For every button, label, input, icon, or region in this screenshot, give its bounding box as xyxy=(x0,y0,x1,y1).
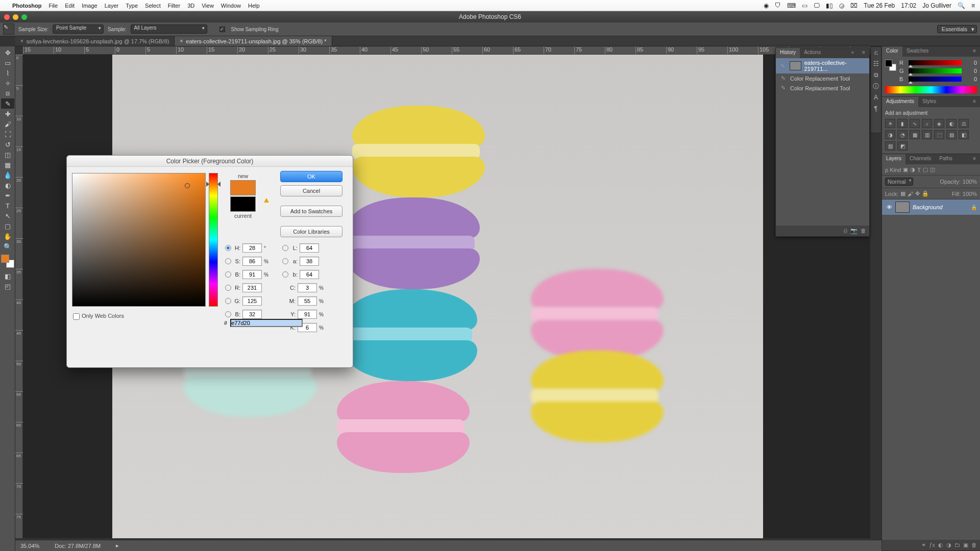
adj-photo-filter-icon[interactable]: ◔ xyxy=(897,130,908,139)
sample-select[interactable]: All Layers xyxy=(131,24,207,34)
hue-caret[interactable] xyxy=(217,182,220,187)
kind-filter[interactable]: ρ Kind xyxy=(885,167,901,173)
lock-all-icon[interactable]: 🔒 xyxy=(922,190,929,197)
keyboard-icon[interactable]: ⌧ xyxy=(850,2,857,9)
stamp-tool[interactable]: ⛶ xyxy=(1,129,14,139)
blend-mode-select[interactable]: Normal xyxy=(885,178,913,186)
date[interactable]: Tue 26 Feb xyxy=(864,2,895,9)
finder-icon[interactable]: ⌨ xyxy=(787,2,796,9)
b3-radio[interactable] xyxy=(282,271,288,278)
tab-actions[interactable]: Actions xyxy=(800,48,825,58)
close-icon[interactable]: × xyxy=(20,38,23,44)
l-field[interactable] xyxy=(300,243,319,253)
adj-exposure-icon[interactable]: ☼ xyxy=(922,119,932,128)
mask-icon[interactable]: ◐ xyxy=(938,542,943,548)
screenmode-toggle[interactable]: ◰ xyxy=(1,281,14,291)
cancel-button[interactable]: Cancel xyxy=(280,185,342,196)
clone-panel-icon[interactable]: ⧉ xyxy=(871,69,881,81)
menu-view[interactable]: View xyxy=(202,3,214,9)
adj-color-lookup-icon[interactable]: ▥ xyxy=(922,130,932,139)
hue-caret[interactable] xyxy=(206,182,209,187)
adj-levels-icon[interactable]: ▮ xyxy=(897,119,908,128)
fg-swatch-mini[interactable] xyxy=(885,60,892,67)
color-libraries-button[interactable]: Color Libraries xyxy=(280,226,342,237)
g-radio[interactable] xyxy=(225,298,231,304)
crop-tool[interactable]: ⧈ xyxy=(1,88,14,98)
layer-thumbnail[interactable] xyxy=(895,202,910,213)
menu-icon[interactable]: ≡ xyxy=(971,2,975,9)
s-radio[interactable] xyxy=(225,258,231,264)
status-icon[interactable]: ◉ xyxy=(764,2,769,9)
menu-filter[interactable]: Filter xyxy=(168,3,180,9)
dodge-tool[interactable]: ◐ xyxy=(1,180,14,190)
menu-select[interactable]: Select xyxy=(145,3,161,9)
panel-menu-icon[interactable]: ≡ xyxy=(858,48,869,58)
app-name[interactable]: Photoshop xyxy=(12,3,41,9)
zoom-window-button[interactable] xyxy=(21,14,27,20)
adj-selective-color-icon[interactable]: ◩ xyxy=(897,141,908,151)
trash-icon[interactable]: 🗑 xyxy=(861,228,866,234)
b-field[interactable] xyxy=(242,270,262,279)
r-slider[interactable] xyxy=(909,60,962,65)
hex-field[interactable] xyxy=(230,319,303,327)
sv-cursor[interactable] xyxy=(185,183,190,188)
saturation-value-box[interactable] xyxy=(72,173,206,307)
camera-icon[interactable]: 📷 xyxy=(850,228,857,234)
layer-name[interactable]: Background xyxy=(913,204,971,210)
fill-value[interactable]: 100% xyxy=(963,191,977,197)
menu-help[interactable]: Help xyxy=(248,3,260,9)
panel-menu-icon[interactable]: ≡ xyxy=(969,154,980,164)
user-name[interactable]: Jo Gulliver xyxy=(922,2,951,9)
tab-adjustments[interactable]: Adjustments xyxy=(882,97,918,107)
workspace-selector[interactable]: Essentials xyxy=(937,25,977,33)
r-field[interactable] xyxy=(242,283,262,292)
info-panel-icon[interactable]: ⓘ xyxy=(871,81,881,92)
new-snapshot-icon[interactable]: ⎙ xyxy=(844,228,847,234)
b3-field[interactable] xyxy=(300,270,319,279)
adj-threshold-icon[interactable]: ◧ xyxy=(959,130,969,139)
show-ring-checkbox[interactable]: ✓ xyxy=(219,27,225,32)
menu-image[interactable]: Image xyxy=(82,3,97,9)
b2-radio[interactable] xyxy=(225,311,231,317)
brush-presets-icon[interactable]: ☷ xyxy=(871,58,881,69)
zoom-tool[interactable]: 🔍 xyxy=(1,241,14,252)
minimize-window-button[interactable] xyxy=(13,14,18,20)
brush-panel-icon[interactable]: ⎌ xyxy=(871,47,881,58)
adj-gradient-map-icon[interactable]: ▨ xyxy=(885,141,895,151)
tab-channels[interactable]: Channels xyxy=(905,154,935,164)
sample-size-select[interactable]: Point Sample xyxy=(53,24,104,34)
h-radio[interactable] xyxy=(225,245,231,251)
path-tool[interactable]: ↖ xyxy=(1,211,14,221)
document-tab[interactable]: ×eaters-collective-219711-unsplash.jpg @… xyxy=(175,36,332,46)
menu-type[interactable]: Type xyxy=(126,3,138,9)
menu-3d[interactable]: 3D xyxy=(187,3,194,9)
quickmask-toggle[interactable]: ◧ xyxy=(1,271,14,281)
lock-pixels-icon[interactable]: ▦ xyxy=(900,190,905,197)
collapse-icon[interactable]: » xyxy=(847,48,859,58)
spotlight-icon[interactable]: 🔍 xyxy=(958,2,965,9)
wifi-icon[interactable]: ◶ xyxy=(839,2,844,9)
h-field[interactable] xyxy=(242,243,262,253)
b2-field[interactable] xyxy=(242,310,262,319)
paragraph-panel-icon[interactable]: ¶ xyxy=(871,103,881,114)
lock-move-icon[interactable]: ✥ xyxy=(915,190,920,197)
eraser-tool[interactable]: ◫ xyxy=(1,149,14,160)
history-state[interactable]: ✎eaters-collective-219711... xyxy=(776,58,869,73)
marquee-tool[interactable]: ▭ xyxy=(1,58,14,68)
tab-paths[interactable]: Paths xyxy=(935,154,957,164)
display-icon[interactable]: 🖵 xyxy=(814,2,820,9)
b-value[interactable]: 0 xyxy=(965,76,977,82)
g-value[interactable]: 0 xyxy=(965,68,977,74)
adj-brightness-icon[interactable]: ☀ xyxy=(885,119,895,128)
time[interactable]: 17:02 xyxy=(901,2,916,9)
tab-layers[interactable]: Layers xyxy=(882,154,905,164)
adj-bw-icon[interactable]: ◑ xyxy=(885,130,895,139)
b-slider[interactable] xyxy=(909,77,962,82)
ok-button[interactable]: OK xyxy=(280,171,342,182)
adj-curves-icon[interactable]: ∿ xyxy=(910,119,920,128)
hue-slider[interactable] xyxy=(209,173,218,307)
menu-window[interactable]: Window xyxy=(221,3,241,9)
r-value[interactable]: 0 xyxy=(965,60,977,66)
close-icon[interactable]: × xyxy=(180,38,183,44)
color-swatches[interactable] xyxy=(1,255,14,268)
